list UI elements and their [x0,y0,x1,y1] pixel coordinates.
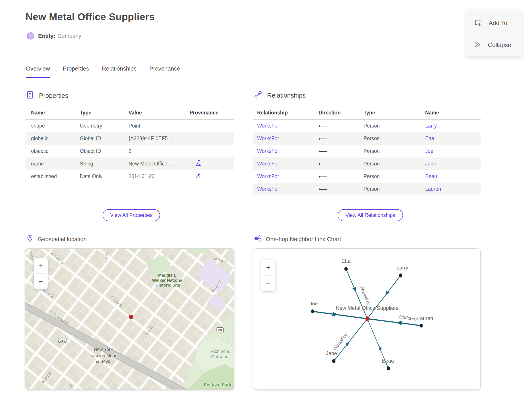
map-zoom-out-button[interactable]: − [34,274,48,289]
property-name: objectid [26,148,80,154]
relationships-icon [254,90,262,101]
node-joe[interactable] [311,309,314,313]
node-lauren[interactable] [420,324,423,328]
view-all-properties-button[interactable]: View All Properties [103,209,160,221]
node-label-beau: Beau [382,358,394,364]
related-name-link[interactable]: Larry [421,123,481,129]
node-larry[interactable] [399,273,402,277]
map-canvas [25,249,234,390]
relationship-link[interactable]: WorksFor [253,186,314,192]
property-value: {A228944F-0EF5-... [129,135,185,142]
relationship-row: WorksFor ⟵ Person Beau [253,170,481,183]
tab-properties[interactable]: Properties [63,65,89,78]
node-etta[interactable] [345,267,348,271]
link-chart-canvas: WorksForWorksForWorksForNew Metal Office… [253,249,481,390]
add-to-label: Add To [489,20,507,27]
page-title: New Metal Office Suppliers [26,11,155,23]
property-type: Object ID [80,148,129,154]
relationships-table: Relationship Direction Type Name WorksFo… [253,106,481,196]
related-name-link[interactable]: Beau [421,173,481,179]
property-row: globalid Global ID {A228944F-0EF5-... [26,132,234,145]
add-to-icon [474,18,483,28]
related-type: Person [359,161,421,167]
entity-type-icon [27,32,34,40]
tab-relationships[interactable]: Relationships [102,65,137,78]
relationship-link[interactable]: WorksFor [253,135,314,142]
relationship-row: WorksFor ⟵ Person Joe [253,145,481,157]
property-type: Date Only [80,173,129,179]
col-name: Name [421,110,481,116]
tab-overview[interactable]: Overview [26,65,50,78]
property-name: established [26,173,80,179]
provenance-flag-icon[interactable] [195,172,202,181]
node-label-etta: Etta [342,258,351,264]
relationship-row: WorksFor ⟵ Person Lauren [253,183,481,196]
direction-arrow: ⟵ [314,135,359,142]
property-value: 2 [129,148,185,154]
properties-table-header: Name Type Value Provenance [26,106,234,120]
property-type: String [80,161,129,167]
direction-arrow: ⟵ [314,122,359,129]
property-value: Point [129,123,185,129]
related-name-link[interactable]: Jane [421,161,481,167]
map-zoom-in-button[interactable]: + [34,258,48,273]
node-jane[interactable] [332,359,336,363]
edge-joe[interactable] [313,311,367,319]
relationships-table-header: Relationship Direction Type Name [253,106,481,120]
entity-type-value: Company [58,33,81,39]
related-type: Person [359,173,421,179]
edge-label: WorksFor [332,332,348,351]
direction-arrow: ⟵ [314,173,359,180]
chart-zoom-out-button[interactable]: − [261,276,275,291]
relationships-section-header: Relationships [254,90,306,101]
chevrons-right-icon [474,41,482,49]
one-hop-link-chart[interactable]: WorksForWorksForWorksForNew Metal Office… [253,248,481,390]
related-type: Person [359,135,421,142]
col-type: Type [80,110,129,116]
properties-section-header: Properties [26,90,68,101]
property-row: objectid Object ID 2 [26,145,234,157]
add-to-button[interactable]: Add To [474,18,507,28]
entity-detail-page: New Metal Office Suppliers Entity: Compa… [0,0,532,405]
tab-provenance[interactable]: Provenance [149,65,180,78]
node-label-joe: Joe [309,301,318,307]
center-node[interactable] [366,317,369,321]
relationship-row: WorksFor ⟵ Person Jane [253,157,481,170]
related-name-link[interactable]: Joe [421,148,481,154]
map-zoom-control: + − [34,258,48,289]
collapse-button[interactable]: Collapse [474,41,511,49]
view-all-relationships-button[interactable]: View All Relationships [338,209,403,221]
relationship-link[interactable]: WorksFor [253,173,314,179]
node-label-jane: Jane [326,351,337,356]
relationship-link[interactable]: WorksFor [253,161,314,167]
attribution-chevron-icon[interactable]: ⌃ [228,383,232,388]
provenance-flag-icon[interactable] [195,160,202,168]
property-type: Geometry [80,123,129,129]
properties-icon [26,90,34,101]
col-relationship: Relationship [253,110,314,116]
link-chart-icon [254,235,261,244]
relationships-section-title: Relationships [267,92,306,99]
property-name: globalid [26,135,80,142]
edge-arrow-icon [352,287,356,292]
related-type: Person [359,186,421,192]
edge-label: WorksFor [398,314,419,322]
map-marker[interactable] [129,315,133,319]
relationship-link[interactable]: WorksFor [253,148,314,154]
relationship-link[interactable]: WorksFor [253,123,314,129]
node-label-lauren: Lauren [417,315,433,321]
property-name: name [26,161,80,167]
related-name-link[interactable]: Etta [421,135,481,142]
chart-zoom-in-button[interactable]: + [261,260,275,275]
provenance-cell [185,172,234,181]
col-value: Value [129,110,185,116]
node-beau[interactable] [387,366,390,370]
direction-arrow: ⟵ [314,186,359,193]
geospatial-map[interactable]: k RdW Clay StSaN 3rd StN 4th Starshall S… [25,248,234,390]
related-name-link[interactable]: Lauren [421,186,481,192]
entity-label: Entity: [38,33,55,39]
property-type: Global ID [80,135,129,142]
col-name: Name [26,110,80,116]
edge-larry[interactable] [367,276,400,319]
edge-arrow-icon [396,321,402,325]
